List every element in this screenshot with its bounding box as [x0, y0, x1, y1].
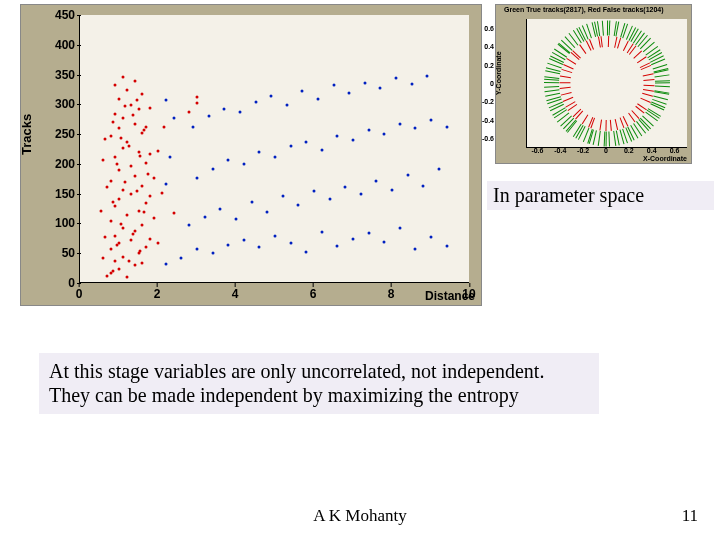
scatter-point: [379, 87, 382, 90]
ring-spoke-red: [644, 85, 655, 87]
scatter-point: [301, 90, 304, 93]
ring-spoke-green: [606, 131, 607, 146]
scatter-point: [188, 224, 191, 227]
scatter-point: [145, 246, 148, 249]
inset-y-tick: 0.4: [472, 43, 494, 50]
scatter-point: [147, 172, 150, 175]
scatter-point: [348, 91, 351, 94]
scatter-point: [398, 227, 401, 230]
scatter-point: [116, 163, 119, 166]
scatter-point: [112, 200, 115, 203]
scatter-point: [121, 256, 124, 259]
scatter-point: [391, 188, 394, 191]
scatter-point: [139, 154, 142, 157]
ring-spoke-red: [605, 120, 606, 131]
scatter-point: [196, 96, 199, 99]
scatter-point: [258, 246, 261, 249]
inset-x-tick: -0.4: [554, 147, 566, 174]
scatter-point: [430, 119, 433, 122]
scatter-point: [211, 252, 214, 255]
ring-spoke-red: [615, 119, 619, 130]
scatter-point: [437, 167, 440, 170]
ring-spoke-green: [598, 131, 601, 146]
ring-spoke-red: [642, 93, 653, 97]
scatter-point: [336, 135, 339, 138]
scatter-point: [172, 117, 175, 120]
scatter-point: [121, 188, 124, 191]
scatter-point: [118, 127, 121, 130]
scatter-point: [114, 204, 117, 207]
scatter-point: [188, 111, 191, 114]
scatter-point: [102, 158, 105, 161]
x-tick-label: 10: [462, 287, 475, 301]
scatter-point: [129, 103, 132, 106]
scatter-point: [102, 257, 105, 260]
inset-y-tick: 0.6: [472, 25, 494, 32]
scatter-point: [106, 185, 109, 188]
scatter-point: [114, 234, 117, 237]
x-tick-label: 4: [232, 287, 239, 301]
scatter-point: [162, 126, 165, 129]
scatter-point: [153, 176, 156, 179]
ring-spoke-red: [566, 58, 576, 65]
y-tick-label: 150: [37, 187, 75, 201]
ring-spoke-red: [582, 114, 589, 124]
scatter-point: [164, 182, 167, 185]
inset-x-tick: 0.2: [624, 147, 634, 174]
scatter-point: [141, 93, 144, 96]
scatter-point: [118, 169, 121, 172]
scatter-point: [123, 180, 126, 183]
ring-spoke-green: [602, 21, 604, 36]
scatter-point: [406, 173, 409, 176]
scatter-point: [141, 184, 144, 187]
inset-y-tick: -0.6: [472, 134, 494, 141]
scatter-point: [274, 155, 277, 158]
inset-x-tick: -0.6: [531, 147, 543, 174]
scatter-point: [129, 192, 132, 195]
inset-x-tick: 0: [604, 147, 608, 174]
ring-spoke-red: [559, 87, 570, 89]
scatter-point: [363, 81, 366, 84]
scatter-point: [192, 126, 195, 129]
scatter-point: [119, 222, 122, 225]
scatter-point: [133, 175, 136, 178]
scatter-point: [149, 238, 152, 241]
scatter-point: [112, 121, 115, 124]
scatter-point: [114, 260, 117, 263]
scatter-point: [149, 107, 152, 110]
inset-panel: Green True tracks(2817), Red False track…: [495, 4, 692, 164]
scatter-point: [133, 79, 136, 82]
scatter-point: [196, 248, 199, 251]
scatter-point: [131, 233, 134, 236]
inset-ylabel: Y-Coordinate: [495, 51, 502, 95]
scatter-point: [172, 211, 175, 214]
scatter-point: [133, 264, 136, 267]
scatter-point: [281, 194, 284, 197]
ring-spoke-red: [610, 120, 612, 131]
scatter-point: [332, 84, 335, 87]
ring-spoke-red: [643, 79, 654, 81]
scatter-ylabel: Tracks: [19, 114, 34, 155]
scatter-point: [211, 167, 214, 170]
ring-spoke-red: [600, 36, 602, 47]
scatter-point: [227, 158, 230, 161]
scatter-point: [297, 203, 300, 206]
scatter-point: [328, 197, 331, 200]
scatter-point: [114, 113, 117, 116]
scatter-point: [227, 244, 230, 247]
scatter-point: [430, 235, 433, 238]
scatter-point: [422, 184, 425, 187]
ring-spoke-red: [560, 76, 571, 79]
ring-spoke-green: [545, 89, 560, 92]
scatter-point: [160, 191, 163, 194]
scatter-point: [110, 220, 113, 223]
scatter-point: [289, 242, 292, 245]
scatter-point: [398, 123, 401, 126]
scatter-point: [139, 250, 142, 253]
ring-spoke-red: [633, 50, 642, 59]
scatter-point: [238, 111, 241, 114]
scatter-point: [129, 164, 132, 167]
ring-spoke-red: [563, 64, 574, 69]
scatter-point: [383, 240, 386, 243]
y-tick-label: 250: [37, 127, 75, 141]
